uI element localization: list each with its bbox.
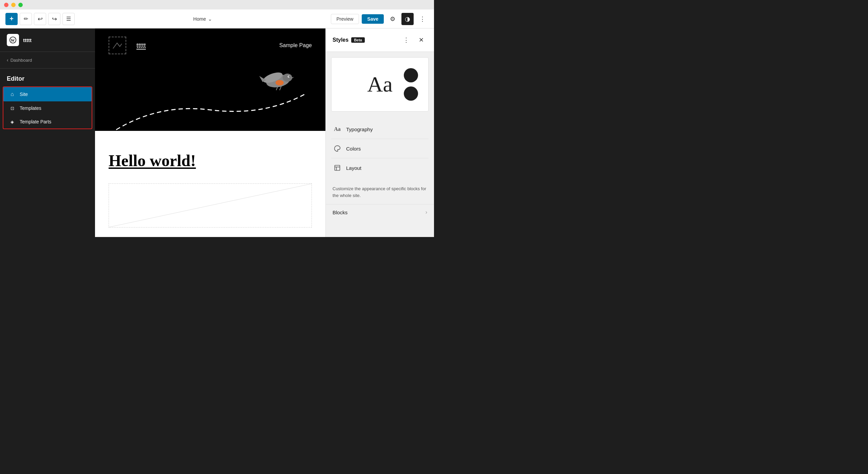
- main-toolbar: + ✏ ↩ ↪ ☰ Home ⌄ Preview Save ⚙: [0, 9, 434, 28]
- title-bar: [0, 0, 434, 9]
- styles-more-button[interactable]: ⋮: [400, 34, 412, 46]
- typography-preview: Aa: [367, 74, 393, 95]
- edit-icon: ✏: [24, 16, 28, 22]
- sidebar-item-site-label: Site: [20, 92, 28, 97]
- template-parts-icon: ◈: [9, 119, 16, 124]
- edit-button[interactable]: ✏: [20, 13, 32, 25]
- colors-icon: [333, 144, 342, 153]
- sidebar-item-site[interactable]: ⌂ Site: [3, 87, 92, 101]
- theme-icon: ◑: [405, 15, 410, 23]
- nav-link: Sample Page: [279, 42, 312, 48]
- sidebar-item-template-parts[interactable]: ◈ Template Parts: [3, 115, 92, 129]
- redo-icon: ↪: [52, 15, 57, 23]
- styles-panel-header: Styles Beta ⋮ ✕: [326, 28, 434, 52]
- home-icon: ⌂: [9, 91, 16, 97]
- toolbar-right-group: Preview Save ⚙ ◑ ⋮: [331, 13, 429, 25]
- theme-toggle-button[interactable]: ◑: [401, 13, 414, 25]
- page-heading: Hello world!: [109, 151, 312, 170]
- colors-option[interactable]: Colors: [331, 139, 429, 158]
- typography-option[interactable]: Aa Typography: [331, 120, 429, 139]
- styles-header-actions: ⋮ ✕: [400, 34, 427, 46]
- editor-section-title: Editor: [0, 68, 95, 86]
- editor-nav: ⌂ Site ⊡ Templates ◈ Template Parts: [3, 86, 92, 129]
- dot-2: [404, 86, 418, 101]
- typography-label: Typography: [346, 126, 373, 132]
- hero-bird-area: [95, 62, 325, 137]
- typography-icon: Aa: [333, 124, 342, 134]
- redo-button[interactable]: ↪: [48, 13, 60, 25]
- svg-text:W: W: [11, 38, 15, 43]
- maximize-button[interactable]: [18, 3, 23, 7]
- undo-button[interactable]: ↩: [34, 13, 46, 25]
- sidebar: W ttttt ‹ Dashboard Editor ⌂ Site ⊡: [0, 28, 95, 237]
- templates-icon: ⊡: [9, 106, 16, 111]
- layout-option[interactable]: Layout: [331, 158, 429, 177]
- layout-icon: [333, 163, 342, 173]
- blocks-option[interactable]: Blocks ›: [326, 204, 434, 220]
- chevron-right-icon: ›: [426, 209, 427, 215]
- hero-header: ttttt Sample Page: [95, 28, 325, 62]
- dashboard-link: Dashboard: [11, 58, 32, 63]
- dot-1: [404, 68, 418, 82]
- styles-panel: Styles Beta ⋮ ✕ Aa: [325, 28, 434, 237]
- gear-icon: ⚙: [390, 15, 395, 23]
- site-name-label: ttttt: [23, 37, 32, 43]
- list-view-button[interactable]: ☰: [62, 13, 75, 25]
- canvas-area: ttttt Sample Page: [95, 28, 325, 237]
- content-block-placeholder: [109, 183, 312, 228]
- chevron-down-icon: ⌄: [208, 16, 212, 22]
- hero-section: ttttt Sample Page: [95, 28, 325, 131]
- layout-label: Layout: [346, 165, 361, 171]
- more-menu-button[interactable]: ⋮: [416, 13, 429, 25]
- undo-icon: ↩: [38, 15, 43, 23]
- site-identity: W ttttt: [0, 28, 95, 52]
- app-container: + ✏ ↩ ↪ ☰ Home ⌄ Preview Save ⚙: [0, 9, 434, 237]
- styles-preview[interactable]: Aa: [331, 57, 429, 112]
- wp-logo[interactable]: W: [7, 34, 19, 46]
- toolbar-left-group: + ✏ ↩ ↪ ☰: [5, 13, 75, 25]
- more-icon: ⋮: [403, 36, 409, 44]
- site-logo-placeholder: [109, 37, 126, 54]
- styles-title-text: Styles: [333, 37, 348, 43]
- close-icon: ✕: [419, 36, 424, 44]
- list-icon: ☰: [66, 16, 71, 22]
- back-arrow-icon: ‹: [7, 57, 8, 63]
- page-selector[interactable]: Home ⌄: [193, 16, 212, 22]
- svg-rect-12: [335, 165, 340, 171]
- more-icon: ⋮: [419, 15, 426, 23]
- styles-description: Customize the appearance of specific blo…: [326, 180, 434, 204]
- sidebar-item-template-parts-label: Template Parts: [20, 119, 51, 124]
- back-to-dashboard[interactable]: ‹ Dashboard: [0, 52, 95, 68]
- styles-title: Styles Beta: [333, 37, 365, 43]
- styles-options-list: Aa Typography Colors: [326, 117, 434, 180]
- beta-badge: Beta: [351, 37, 365, 43]
- site-title: ttttt: [136, 42, 146, 50]
- styles-close-button[interactable]: ✕: [415, 34, 427, 46]
- settings-button[interactable]: ⚙: [386, 13, 399, 25]
- sidebar-item-templates-label: Templates: [20, 105, 41, 111]
- sidebar-item-templates[interactable]: ⊡ Templates: [3, 101, 92, 115]
- minimize-button[interactable]: [11, 3, 16, 7]
- blocks-label: Blocks: [333, 210, 347, 215]
- preview-button[interactable]: Preview: [331, 14, 359, 24]
- close-button[interactable]: [4, 3, 8, 7]
- flight-path: [95, 76, 325, 137]
- main-area: W ttttt ‹ Dashboard Editor ⌂ Site ⊡: [0, 28, 434, 237]
- page-title: Home: [193, 16, 206, 22]
- content-section: Hello world!: [95, 131, 325, 237]
- save-button[interactable]: Save: [362, 14, 384, 24]
- color-dots: [404, 68, 418, 101]
- colors-label: Colors: [346, 146, 361, 152]
- add-block-button[interactable]: +: [5, 13, 18, 25]
